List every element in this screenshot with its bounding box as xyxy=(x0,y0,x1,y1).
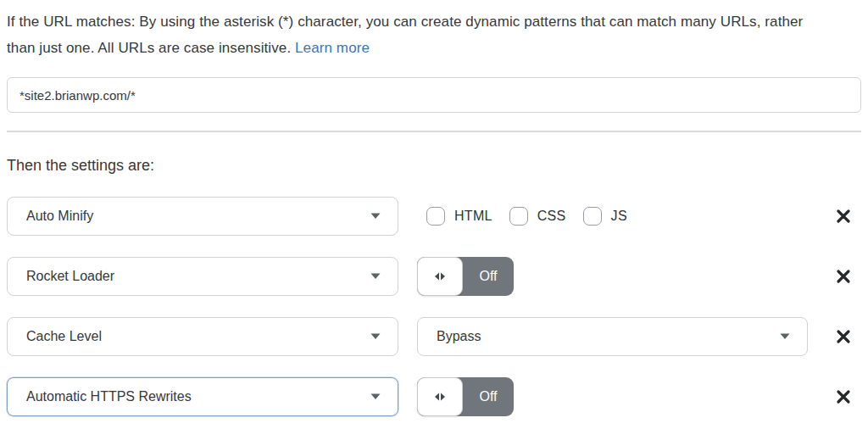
toggle-state-label: Off xyxy=(463,257,514,296)
setting-dropdown-automatic-https-rewrites[interactable]: Automatic HTTPS Rewrites xyxy=(7,377,398,416)
checkbox-html[interactable]: HTML xyxy=(426,207,492,226)
rule-setting-row: Auto Minify HTML CSS JS xyxy=(7,197,861,236)
rule-setting-row: Cache Level Bypass xyxy=(7,317,861,356)
minify-checkbox-group: HTML CSS JS xyxy=(417,207,627,226)
remove-rule-button[interactable] xyxy=(834,327,853,346)
setting-dropdown-label: Cache Level xyxy=(26,329,102,344)
setting-dropdown-cache-level[interactable]: Cache Level xyxy=(7,317,398,356)
checkbox-js[interactable]: JS xyxy=(583,207,627,226)
automatic-https-rewrites-toggle[interactable]: Off xyxy=(417,377,514,416)
toggle-state-label: Off xyxy=(463,377,514,416)
x-icon xyxy=(835,328,852,345)
checkbox-box[interactable] xyxy=(426,207,445,226)
setting-dropdown-label: Automatic HTTPS Rewrites xyxy=(26,389,192,404)
checkbox-label: CSS xyxy=(537,209,566,224)
setting-dropdown-auto-minify[interactable]: Auto Minify xyxy=(7,197,398,236)
section-divider xyxy=(7,131,861,132)
remove-rule-button[interactable] xyxy=(834,267,853,286)
value-dropdown-label: Bypass xyxy=(437,329,481,344)
setting-dropdown-label: Rocket Loader xyxy=(26,269,114,284)
toggle-knob[interactable] xyxy=(417,257,463,296)
chevron-down-icon xyxy=(370,333,381,340)
x-icon xyxy=(835,208,852,225)
chevron-down-icon xyxy=(370,273,381,280)
setting-dropdown-rocket-loader[interactable]: Rocket Loader xyxy=(7,257,398,296)
checkbox-label: JS xyxy=(611,209,627,224)
x-icon xyxy=(835,388,852,405)
chevron-down-icon xyxy=(370,393,381,400)
chevron-down-icon xyxy=(370,213,381,220)
x-icon xyxy=(835,268,852,285)
setting-control-area: HTML CSS JS xyxy=(417,207,834,226)
remove-rule-button[interactable] xyxy=(834,207,853,226)
setting-control-area: Off xyxy=(417,257,834,296)
setting-control-area: Off xyxy=(417,377,834,416)
remove-rule-button[interactable] xyxy=(834,387,853,406)
url-match-description-text: If the URL matches: By using the asteris… xyxy=(7,14,803,56)
left-right-arrows-icon xyxy=(433,271,447,281)
cache-level-value-dropdown[interactable]: Bypass xyxy=(417,317,808,356)
settings-heading: Then the settings are: xyxy=(7,156,861,175)
page-rule-editor: If the URL matches: By using the asteris… xyxy=(0,8,868,416)
setting-dropdown-label: Auto Minify xyxy=(26,209,93,224)
left-right-arrows-icon xyxy=(433,392,447,402)
checkbox-box[interactable] xyxy=(509,207,528,226)
checkbox-label: HTML xyxy=(454,209,492,224)
checkbox-box[interactable] xyxy=(583,207,602,226)
rocket-loader-toggle[interactable]: Off xyxy=(417,257,514,296)
toggle-knob[interactable] xyxy=(417,377,463,416)
rule-setting-row: Automatic HTTPS Rewrites Off xyxy=(7,377,861,416)
rule-setting-row: Rocket Loader Off xyxy=(7,257,861,296)
setting-control-area: Bypass xyxy=(417,317,834,356)
chevron-down-icon xyxy=(780,333,790,340)
learn-more-link[interactable]: Learn more xyxy=(295,40,370,56)
checkbox-css[interactable]: CSS xyxy=(509,207,566,226)
url-match-description: If the URL matches: By using the asteris… xyxy=(7,8,822,61)
url-pattern-input[interactable] xyxy=(7,77,861,113)
